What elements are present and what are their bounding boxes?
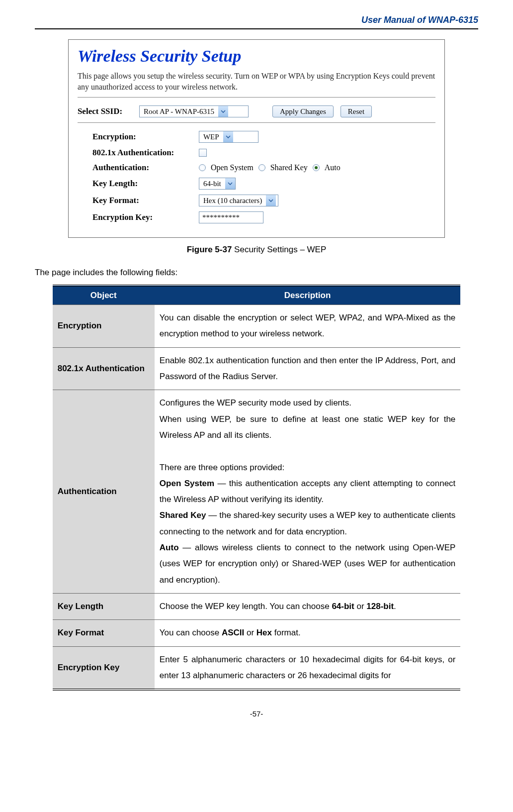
description-cell: You can disable the encryption or select… — [155, 305, 460, 348]
page-number: -57- — [35, 710, 478, 718]
object-cell: Encryption — [53, 305, 155, 348]
screenshot-panel: Wireless Security Setup This page allows… — [68, 39, 445, 238]
dot1x-checkbox[interactable] — [199, 149, 207, 157]
radio-auto[interactable] — [313, 164, 320, 171]
object-cell: Authentication — [53, 390, 155, 594]
table-row: EncryptionYou can disable the encryption… — [53, 305, 461, 348]
figure-caption: Figure 5-37 Security Settings – WEP — [35, 245, 478, 255]
encryption-select[interactable]: WEP — [199, 131, 258, 143]
encryption-select-value: WEP — [199, 132, 223, 142]
chevron-down-icon — [225, 178, 235, 189]
chevron-down-icon — [218, 106, 228, 117]
key-format-select[interactable]: Hex (10 characters) — [199, 195, 278, 206]
table-row: AuthenticationConfigures the WEP securit… — [53, 390, 461, 594]
reset-button[interactable]: Reset — [341, 105, 372, 117]
key-length-value: 64-bit — [199, 179, 225, 189]
encryption-key-label: Encryption Key: — [92, 212, 192, 222]
encryption-key-input[interactable]: ********** — [199, 211, 263, 223]
apply-changes-button[interactable]: Apply Changes — [272, 105, 334, 117]
divider — [78, 97, 435, 98]
figure-text: Security Settings – WEP — [232, 245, 326, 254]
authentication-label: Authentication: — [92, 163, 192, 173]
object-cell: Encryption Key — [53, 646, 155, 690]
table-row: 802.1x AuthenticationEnable 802.1x authe… — [53, 347, 461, 390]
table-row: Key LengthChoose the WEP key length. You… — [53, 593, 461, 619]
table-row: Key FormatYou can choose ASCII or Hex fo… — [53, 620, 461, 646]
intro-text: The page includes the following fields: — [35, 268, 478, 278]
radio-shared-key[interactable] — [258, 164, 265, 171]
encryption-label: Encryption: — [92, 132, 192, 142]
setup-description: This page allows you setup the wireless … — [78, 71, 435, 92]
chevron-down-icon — [223, 131, 233, 142]
ssid-label: Select SSID: — [78, 106, 132, 116]
key-format-label: Key Format: — [92, 196, 192, 205]
object-cell: Key Length — [53, 593, 155, 619]
ssid-select-value: Root AP - WNAP-6315 — [140, 106, 218, 117]
page-header-title: User Manual of WNAP-6315 — [35, 15, 478, 25]
col-description: Description — [155, 286, 460, 305]
object-cell: Key Format — [53, 620, 155, 646]
chevron-down-icon — [266, 195, 276, 206]
header-rule — [35, 28, 478, 29]
description-cell: Configures the WEP security mode used by… — [155, 390, 460, 594]
radio-auto-label: Auto — [325, 163, 341, 172]
fields-table: Object Description EncryptionYou can dis… — [53, 285, 461, 691]
radio-open-system[interactable] — [199, 164, 206, 171]
radio-open-system-label: Open System — [211, 163, 254, 172]
description-cell: Enter 5 alphanumeric characters or 10 he… — [155, 646, 460, 690]
radio-shared-key-label: Shared Key — [270, 163, 308, 172]
key-length-label: Key Length: — [92, 179, 192, 189]
description-cell: Choose the WEP key length. You can choos… — [155, 593, 460, 619]
table-row: Encryption KeyEnter 5 alphanumeric chara… — [53, 646, 461, 690]
key-format-value: Hex (10 characters) — [199, 196, 266, 206]
col-object: Object — [53, 286, 155, 305]
dot1x-label: 802.1x Authentication: — [92, 148, 192, 158]
setup-title: Wireless Security Setup — [78, 47, 435, 66]
description-cell: Enable 802.1x authentication function an… — [155, 347, 460, 390]
key-length-select[interactable]: 64-bit — [199, 178, 236, 190]
divider-2 — [78, 122, 435, 123]
description-cell: You can choose ASCII or Hex format. — [155, 620, 460, 646]
ssid-select[interactable]: Root AP - WNAP-6315 — [139, 105, 249, 117]
object-cell: 802.1x Authentication — [53, 347, 155, 390]
figure-number: Figure 5-37 — [187, 245, 232, 254]
